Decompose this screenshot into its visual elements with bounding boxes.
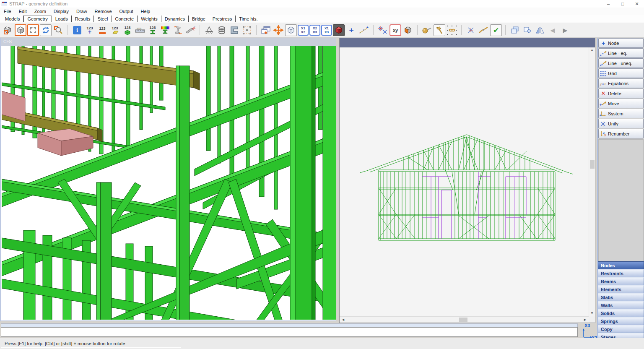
property-colors-button[interactable] [159,24,171,36]
section-restraints[interactable]: Restraints [598,269,644,277]
solid-numbers-button[interactable]: 123 [122,24,133,36]
menu-edit[interactable]: Edit [15,8,31,14]
tab-steel[interactable]: Steel [94,16,112,22]
tab-weights[interactable]: Weights [138,16,161,22]
node-numbers-button[interactable]: 123+ [84,24,96,36]
section-numbers-button[interactable]: 123 [147,24,158,36]
break-button[interactable] [478,24,489,36]
renumber-tool-button[interactable]: 23 Renumber [598,129,644,138]
add-line-nodes-button[interactable]: +++ [358,24,370,36]
view-3d-button[interactable] [333,24,345,36]
walls-button[interactable] [229,24,240,36]
link-button[interactable] [446,24,458,36]
model-2d-canvas[interactable] [340,47,589,316]
vertical-scroll-thumb[interactable] [590,160,595,169]
tab-geometry[interactable]: Geometry [23,16,51,22]
redo-view-button[interactable]: ▶ [559,24,571,36]
vertical-scrollbar[interactable]: ▲ ▼ [589,47,595,316]
horizontal-scrollbar[interactable]: ◄ ► [340,316,589,323]
element-numbers-button[interactable]: 123 [109,24,121,36]
menu-draw[interactable]: Draw [73,8,91,14]
beam-numbers-button[interactable]: 123 [96,24,108,36]
viewport-2d-titlebar[interactable] [340,38,595,47]
horizontal-scroll-thumb[interactable] [459,318,467,322]
move-tool-button[interactable]: + Move [598,99,644,108]
selection-box-icon [242,26,252,35]
tab-models[interactable]: Models [2,16,23,22]
section-springs[interactable]: Springs [598,317,644,325]
viewport-3d[interactable]: CFS [0,38,336,321]
select-button[interactable] [241,24,253,36]
zoom-in-button[interactable] [52,24,64,36]
local-axes-button[interactable]: x1 [184,24,196,36]
viewport-splitter[interactable] [336,38,339,323]
section-elements[interactable]: Elements [598,285,644,293]
add-node-button[interactable]: + [345,24,357,36]
pan-button[interactable] [273,24,284,36]
solid-orange-cube-button[interactable] [402,24,414,36]
tab-dynamics[interactable]: Dynamics [161,16,189,22]
menu-remove[interactable]: Remove [91,8,116,14]
menu-file[interactable]: File [0,8,15,14]
node-tool-button[interactable]: + Node [598,38,644,48]
equations-tool-button[interactable]: y=x Equations [598,78,644,88]
minimize-button[interactable]: – [601,0,615,8]
isometric-view-button[interactable] [285,24,297,36]
menu-display[interactable]: Display [50,8,73,14]
menu-output[interactable]: Output [116,8,137,14]
line-uneq-tool-button[interactable]: Line - uneq. [598,58,644,68]
scroll-up-arrow[interactable]: ▲ [589,47,595,53]
copy-button[interactable] [509,24,521,36]
menu-zoom[interactable]: Zoom [31,8,50,14]
copy-special-button[interactable] [522,24,533,36]
section-slabs[interactable]: Slabs [598,293,644,301]
delete-tool-button[interactable]: ✕ Delete [598,89,644,98]
tab-bridge[interactable]: Bridge [189,16,209,22]
section-copy[interactable]: Copy [598,325,644,333]
view-solid-button[interactable] [15,24,26,36]
section-nodes[interactable]: Nodes [598,261,644,269]
scroll-down-arrow[interactable]: ▼ [589,310,595,316]
maximize-button[interactable]: □ [615,0,630,8]
model-3d-canvas[interactable] [2,46,336,320]
confirm-button[interactable]: ✔ [490,24,502,36]
scroll-right-arrow[interactable]: ► [582,318,589,322]
dimensions-button[interactable]: 5029 [134,24,146,36]
mirror-button[interactable] [534,24,546,36]
tab-timehis[interactable]: Time his. [236,16,261,22]
xy-plane-button[interactable]: xy [390,24,401,36]
shrink-icon [467,26,475,34]
scroll-left-arrow[interactable]: ◄ [340,318,347,322]
weld-button[interactable] [421,24,433,36]
unify-nodes-button[interactable] [377,24,389,36]
unify-tool-button[interactable]: Unify [598,119,644,128]
redraw-button[interactable] [40,24,52,36]
section-solids[interactable]: Solids [598,309,644,317]
tab-concrete[interactable]: Concrete [112,16,138,22]
releases-button[interactable] [172,24,184,36]
zoom-all-button[interactable] [27,24,39,36]
grid-tool-button[interactable]: Grid [598,68,644,78]
system-tool-button[interactable]: + System [598,109,644,118]
section-beams[interactable]: Beams [598,277,644,285]
tab-results[interactable]: Results [72,16,94,22]
menu-help[interactable]: Help [137,8,154,14]
line-eq-tool-button[interactable]: Line - eq. [598,48,644,58]
undo-view-button[interactable]: ◀ [547,24,558,36]
springs-button[interactable] [216,24,228,36]
restraints-button[interactable] [203,24,215,36]
tab-prestress[interactable]: Prestress [209,16,236,22]
plane-x2x3-button[interactable]: X2 X3 [309,25,320,36]
info-button[interactable]: i [71,24,83,36]
hammer-button[interactable] [434,24,445,36]
plane-x1x3-button[interactable]: X1 X3 [321,25,332,36]
tab-loads[interactable]: Loads [52,16,72,22]
plane-x1x2-button[interactable]: X1 X2 [298,25,309,36]
shrink-button[interactable] [465,24,477,36]
close-button[interactable]: ✕ [630,0,644,8]
section-walls[interactable]: Walls [598,301,644,309]
viewport-2d[interactable]: ▲ ▼ ◄ ► [339,38,595,323]
windows-button[interactable] [260,24,272,36]
command-input[interactable] [1,327,578,337]
zoom-window-button[interactable] [2,24,14,36]
